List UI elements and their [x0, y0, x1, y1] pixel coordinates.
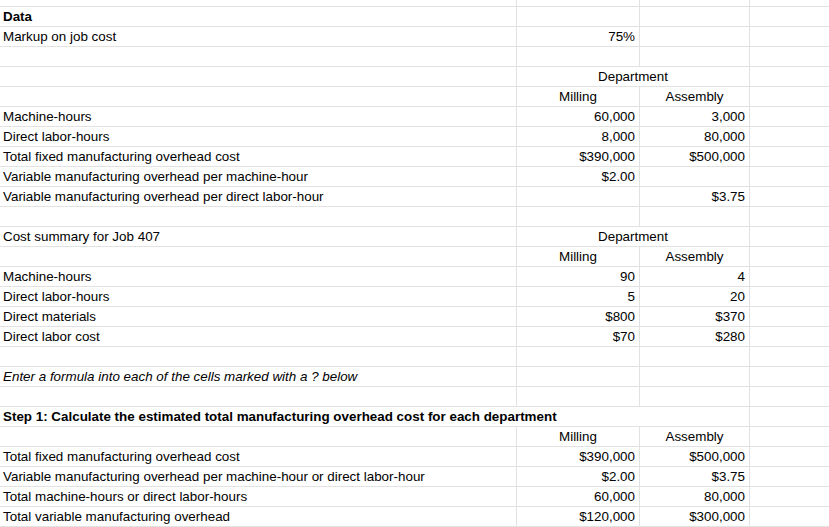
- cell-b14[interactable]: 90: [517, 267, 640, 287]
- cell-c19[interactable]: [640, 367, 750, 387]
- cell-b7[interactable]: 8,000: [517, 127, 640, 147]
- cell-c11[interactable]: [640, 207, 750, 227]
- cell-d22[interactable]: [750, 427, 829, 447]
- cell-d14[interactable]: [750, 267, 829, 287]
- cell-a26[interactable]: Total variable manufacturing overhead: [0, 507, 517, 527]
- cell-a20[interactable]: [0, 387, 517, 407]
- cell-a16[interactable]: Direct materials: [0, 307, 517, 327]
- cell-d4[interactable]: [750, 67, 829, 87]
- cell-b6[interactable]: 60,000: [517, 107, 640, 127]
- cell-d16[interactable]: [750, 307, 829, 327]
- cell-a2[interactable]: Markup on job cost: [0, 27, 517, 47]
- cell-a3[interactable]: [0, 47, 517, 67]
- cell-c20[interactable]: [640, 387, 750, 407]
- cell-d6[interactable]: [750, 107, 829, 127]
- cell-c3[interactable]: [640, 47, 750, 67]
- cell-c17[interactable]: $280: [640, 327, 750, 347]
- cell-b23[interactable]: $390,000: [517, 447, 640, 467]
- cell-d17[interactable]: [750, 327, 829, 347]
- cell-b13[interactable]: Milling: [517, 247, 640, 267]
- cell-a7[interactable]: Direct labor-hours: [0, 127, 517, 147]
- cell-a6[interactable]: Machine-hours: [0, 107, 517, 127]
- cell-d21[interactable]: [750, 407, 829, 427]
- cell-d12[interactable]: [750, 227, 829, 247]
- cell-b1[interactable]: [517, 7, 640, 27]
- cell-b22[interactable]: Milling: [517, 427, 640, 447]
- cell-c15[interactable]: 20: [640, 287, 750, 307]
- cell-a11[interactable]: [0, 207, 517, 227]
- cell-c25[interactable]: 80,000: [640, 487, 750, 507]
- cell-c24[interactable]: $3.75: [640, 467, 750, 487]
- cell-b19[interactable]: [517, 367, 640, 387]
- cell-c14[interactable]: 4: [640, 267, 750, 287]
- cell-a22[interactable]: [0, 427, 517, 447]
- cell-b24[interactable]: $2.00: [517, 467, 640, 487]
- cell-a4[interactable]: [0, 67, 517, 87]
- cell-c26[interactable]: $300,000: [640, 507, 750, 527]
- cell-d5[interactable]: [750, 87, 829, 107]
- cell-c10[interactable]: $3.75: [640, 187, 750, 207]
- cell-a25[interactable]: Total machine-hours or direct labor-hour…: [0, 487, 517, 507]
- cell-d2[interactable]: [750, 27, 829, 47]
- cell-b3[interactable]: [517, 47, 640, 67]
- cell-a5[interactable]: [0, 87, 517, 107]
- cell-b8[interactable]: $390,000: [517, 147, 640, 167]
- cell-d10[interactable]: [750, 187, 829, 207]
- cell-d8[interactable]: [750, 147, 829, 167]
- cell-c5[interactable]: Assembly: [640, 87, 750, 107]
- cell-d20[interactable]: [750, 387, 829, 407]
- cell-a0[interactable]: [0, 0, 517, 7]
- cell-c13[interactable]: Assembly: [640, 247, 750, 267]
- cell-d7[interactable]: [750, 127, 829, 147]
- cell-a10[interactable]: Variable manufacturing overhead per dire…: [0, 187, 517, 207]
- cell-b20[interactable]: [517, 387, 640, 407]
- cell-c16[interactable]: $370: [640, 307, 750, 327]
- cell-a15[interactable]: Direct labor-hours: [0, 287, 517, 307]
- cell-d25[interactable]: [750, 487, 829, 507]
- cell-c7[interactable]: 80,000: [640, 127, 750, 147]
- cell-b12[interactable]: Department: [517, 227, 750, 247]
- cell-b25[interactable]: 60,000: [517, 487, 640, 507]
- cell-c23[interactable]: $500,000: [640, 447, 750, 467]
- cell-c6[interactable]: 3,000: [640, 107, 750, 127]
- cell-d19[interactable]: [750, 367, 829, 387]
- cell-c18[interactable]: [640, 347, 750, 367]
- cell-b16[interactable]: $800: [517, 307, 640, 327]
- cell-a18[interactable]: [0, 347, 517, 367]
- cell-c0[interactable]: [640, 0, 750, 7]
- cell-b2[interactable]: 75%: [517, 27, 640, 47]
- cell-c9[interactable]: [640, 167, 750, 187]
- cell-b15[interactable]: 5: [517, 287, 640, 307]
- cell-a23[interactable]: Total fixed manufacturing overhead cost: [0, 447, 517, 467]
- cell-b26[interactable]: $120,000: [517, 507, 640, 527]
- cell-b4[interactable]: Department: [517, 67, 750, 87]
- cell-d13[interactable]: [750, 247, 829, 267]
- cell-a19[interactable]: Enter a formula into each of the cells m…: [0, 367, 517, 387]
- cell-b9[interactable]: $2.00: [517, 167, 640, 187]
- cell-c2[interactable]: [640, 27, 750, 47]
- cell-b0[interactable]: [517, 0, 640, 7]
- cell-d11[interactable]: [750, 207, 829, 227]
- cell-a17[interactable]: Direct labor cost: [0, 327, 517, 347]
- cell-d0[interactable]: [750, 0, 829, 7]
- cell-b17[interactable]: $70: [517, 327, 640, 347]
- cell-b18[interactable]: [517, 347, 640, 367]
- cell-a21[interactable]: Step 1: Calculate the estimated total ma…: [0, 407, 750, 427]
- cell-a8[interactable]: Total fixed manufacturing overhead cost: [0, 147, 517, 167]
- cell-d1[interactable]: [750, 7, 829, 27]
- cell-c8[interactable]: $500,000: [640, 147, 750, 167]
- cell-b11[interactable]: [517, 207, 640, 227]
- cell-d9[interactable]: [750, 167, 829, 187]
- cell-b5[interactable]: Milling: [517, 87, 640, 107]
- cell-b10[interactable]: [517, 187, 640, 207]
- cell-a1[interactable]: Data: [0, 7, 517, 27]
- cell-a12[interactable]: Cost summary for Job 407: [0, 227, 517, 247]
- cell-a14[interactable]: Machine-hours: [0, 267, 517, 287]
- cell-d18[interactable]: [750, 347, 829, 367]
- cell-d15[interactable]: [750, 287, 829, 307]
- cell-a13[interactable]: [0, 247, 517, 267]
- cell-d3[interactable]: [750, 47, 829, 67]
- cell-d23[interactable]: [750, 447, 829, 467]
- cell-a9[interactable]: Variable manufacturing overhead per mach…: [0, 167, 517, 187]
- cell-a24[interactable]: Variable manufacturing overhead per mach…: [0, 467, 517, 487]
